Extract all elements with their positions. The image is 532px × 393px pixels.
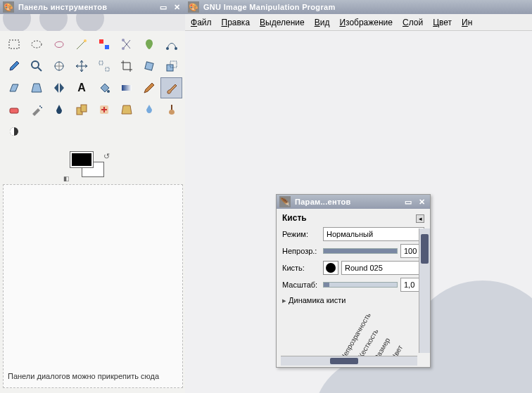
default-colors-icon[interactable]: ◧: [63, 175, 70, 182]
close-button[interactable]: ✕: [171, 2, 182, 12]
tool-smudge[interactable]: [160, 99, 182, 120]
svg-point-17: [107, 90, 110, 93]
tool-perspective-clone[interactable]: [115, 99, 137, 120]
svg-rect-4: [105, 45, 109, 49]
svg-rect-12: [106, 67, 109, 71]
svg-point-9: [32, 61, 39, 68]
tool-foreground[interactable]: [138, 34, 160, 55]
dock-hint-text: Панели диалогов можно прикрепить сюда: [8, 372, 159, 380]
svg-rect-13: [144, 62, 153, 70]
svg-point-1: [32, 41, 42, 48]
menu-Правка[interactable]: Правка: [222, 18, 251, 27]
svg-point-20: [39, 105, 41, 107]
tool-lasso[interactable]: [48, 34, 70, 55]
tool-eraser[interactable]: [3, 99, 25, 120]
menu-Ин[interactable]: Ин: [462, 18, 472, 27]
svg-rect-3: [99, 39, 103, 44]
tool-clone[interactable]: [70, 99, 92, 120]
scale-row: Масштаб: 1,0: [282, 278, 424, 292]
mode-label: Режим:: [282, 230, 320, 238]
tool-paths[interactable]: [160, 34, 182, 55]
tool-grid: A: [0, 31, 185, 145]
tool-measure[interactable]: [48, 56, 70, 77]
dynamics-expander[interactable]: Динамика кисти: [282, 296, 424, 305]
tool-rotate[interactable]: [138, 56, 160, 77]
toolbox-titlebar[interactable]: 🎨 Панель инструментов ▭ ✕: [0, 0, 185, 14]
tool-ellipse-select[interactable]: [25, 34, 47, 55]
color-swatch[interactable]: ↺ ◧: [70, 152, 110, 180]
gimp-icon: 🎨: [188, 1, 199, 13]
svg-text:A: A: [77, 82, 86, 94]
tool-pencil[interactable]: [138, 77, 160, 98]
foreground-color[interactable]: [70, 152, 93, 167]
svg-rect-0: [9, 40, 19, 49]
tool-move[interactable]: [70, 56, 92, 77]
tool-crop[interactable]: [115, 56, 137, 77]
mode-row: Режим: Нормальный: [282, 227, 424, 241]
horizontal-scrollbar[interactable]: [281, 356, 417, 366]
svg-point-2: [84, 39, 87, 42]
tool-heal[interactable]: [93, 99, 115, 120]
menu-Файл[interactable]: Файл: [191, 18, 212, 27]
tool-scissors[interactable]: [115, 34, 137, 55]
mode-select[interactable]: Нормальный: [323, 227, 424, 241]
scale-label: Масштаб:: [282, 281, 320, 289]
tool-options-dialog: 🪶 Парам...ентов ▭ ✕ Кисть ◂ Режим: Норма…: [276, 194, 431, 368]
svg-point-7: [166, 47, 169, 50]
tool-shear[interactable]: [3, 77, 25, 98]
close-button[interactable]: ✕: [416, 197, 427, 207]
toolbox-window: 🎨 Панель инструментов ▭ ✕ A ↺ ◧ Панели д…: [0, 0, 186, 393]
tool-ink[interactable]: [48, 99, 70, 120]
swap-colors-icon[interactable]: ↺: [103, 152, 110, 161]
tool-magic-wand[interactable]: [70, 34, 92, 55]
brush-row: Кисть: Round 025: [282, 261, 424, 275]
tool-eyedropper[interactable]: [3, 56, 25, 77]
brush-label: Кисть:: [282, 264, 320, 272]
svg-point-5: [122, 39, 125, 41]
menu-Вид[interactable]: Вид: [315, 18, 330, 27]
tool-blend[interactable]: [115, 77, 137, 98]
svg-rect-18: [122, 85, 132, 91]
tool-airbrush[interactable]: [25, 99, 47, 120]
svg-rect-19: [10, 108, 18, 113]
tool-perspective[interactable]: [25, 77, 47, 98]
opacity-row: Непрозр.: 100: [282, 244, 424, 258]
main-titlebar[interactable]: 🎨 GNU Image Manipulation Program: [185, 0, 532, 14]
tool-flip[interactable]: [48, 77, 70, 98]
tool-dodge[interactable]: [3, 121, 25, 142]
scale-slider[interactable]: [323, 282, 398, 288]
minimize-button[interactable]: ▭: [158, 2, 169, 12]
menu-bar: ФайлПравкаВыделениеВидИзображениеСлойЦве…: [185, 14, 532, 31]
opacity-label: Непрозр.:: [282, 247, 320, 255]
tool-color-select[interactable]: [93, 34, 115, 55]
brush-select[interactable]: Round 025: [341, 261, 424, 275]
menu-Цвет[interactable]: Цвет: [433, 18, 452, 27]
toolbox-header-deco: [0, 14, 185, 31]
svg-point-8: [175, 47, 177, 50]
gimp-icon: 🎨: [3, 1, 14, 13]
tool-zoom[interactable]: [25, 56, 47, 77]
svg-rect-23: [81, 105, 87, 112]
tool-rect-select[interactable]: [3, 34, 25, 55]
menu-Выделение[interactable]: Выделение: [260, 18, 305, 27]
tool-paintbrush[interactable]: [160, 77, 182, 98]
tool-scale[interactable]: [160, 56, 182, 77]
brush-preview[interactable]: [323, 261, 338, 275]
gimp-icon: 🪶: [279, 196, 291, 207]
opacity-slider[interactable]: [323, 248, 398, 254]
menu-Изображение[interactable]: Изображение: [339, 18, 393, 27]
options-title: Парам...ентов: [295, 198, 400, 206]
tool-blur[interactable]: [138, 99, 160, 120]
svg-point-6: [122, 47, 125, 50]
minimize-button[interactable]: ▭: [403, 197, 414, 207]
tab-menu-icon[interactable]: ◂: [416, 214, 424, 223]
tool-bucket[interactable]: [93, 77, 115, 98]
dock-area[interactable]: Панели диалогов можно прикрепить сюда: [3, 184, 183, 388]
tool-text[interactable]: A: [70, 77, 92, 98]
vertical-scrollbar[interactable]: [419, 228, 430, 353]
menu-Слой[interactable]: Слой: [403, 18, 423, 27]
svg-rect-11: [99, 61, 103, 65]
section-heading: Кисть: [282, 213, 424, 223]
tool-align[interactable]: [93, 56, 115, 77]
options-titlebar[interactable]: 🪶 Парам...ентов ▭ ✕: [277, 195, 430, 209]
